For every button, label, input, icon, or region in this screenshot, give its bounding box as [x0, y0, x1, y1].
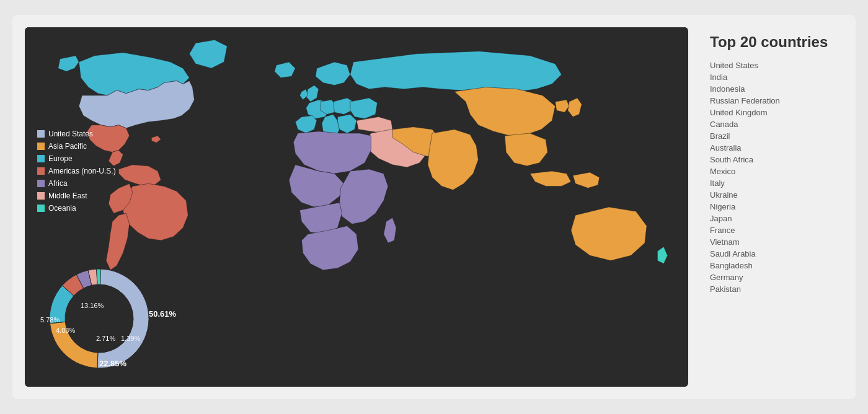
- legend-color-swatch: [37, 192, 45, 200]
- legend-color-swatch: [37, 155, 45, 162]
- country-item: Nigeria: [710, 202, 834, 211]
- country-item: Italy: [710, 178, 834, 188]
- pct-label-1: 13.16%: [81, 302, 104, 309]
- legend-label: United States: [48, 130, 93, 138]
- legend-item: Oceania: [37, 204, 116, 213]
- country-item: Brazil: [710, 131, 834, 141]
- country-item: Bangladesh: [710, 261, 834, 270]
- pct-label-3: 4.03%: [56, 327, 75, 334]
- legend-item: United States: [37, 130, 116, 138]
- legend-label: Asia Pacific: [48, 142, 87, 151]
- legend-label: Americas (non-U.S.): [48, 167, 116, 175]
- country-item: Ukraine: [710, 190, 834, 200]
- right-panel: Top 20 countries United StatesIndiaIndon…: [701, 27, 843, 387]
- legend-item: Asia Pacific: [37, 142, 116, 151]
- legend-color-swatch: [37, 130, 45, 138]
- country-item: United Kingdom: [710, 108, 834, 117]
- country-item: Vietnam: [710, 237, 834, 247]
- panel-title: Top 20 countries: [710, 33, 834, 51]
- legend-color-swatch: [37, 167, 45, 175]
- country-item: India: [710, 73, 834, 82]
- donut-segment: [97, 269, 101, 284]
- main-container: United StatesAsia PacificEuropeAmericas …: [12, 15, 856, 399]
- country-item: Pakistan: [710, 284, 834, 294]
- legend-item: Americas (non-U.S.): [37, 167, 116, 175]
- legend-label: Africa: [48, 179, 68, 188]
- legend-item: Europe: [37, 154, 116, 163]
- country-item: Mexico: [710, 167, 834, 176]
- country-item: Saudi Arabia: [710, 249, 834, 258]
- pct-label-4: 2.71%: [96, 335, 115, 342]
- legend-color-swatch: [37, 180, 45, 187]
- legend-label: Oceania: [48, 204, 76, 213]
- pct-label-asia: 22.85%: [99, 359, 126, 368]
- pct-label-2: 5.78%: [40, 316, 60, 324]
- legend-color-swatch: [37, 205, 45, 212]
- country-item: Indonesia: [710, 84, 834, 94]
- pct-label-5: 1.39%: [121, 335, 140, 342]
- legend-color-swatch: [37, 143, 45, 150]
- map-legend: United StatesAsia PacificEuropeAmericas …: [37, 130, 116, 213]
- legend-label: Middle East: [48, 192, 87, 200]
- country-item: Germany: [710, 273, 834, 282]
- svg-point-1: [65, 284, 133, 353]
- country-item: Canada: [710, 120, 834, 129]
- country-item: Australia: [710, 143, 834, 152]
- legend-label: Europe: [48, 154, 73, 163]
- country-list: United StatesIndiaIndonesiaRussian Feder…: [710, 61, 834, 294]
- country-item: Russian Federation: [710, 96, 834, 105]
- country-item: France: [710, 226, 834, 235]
- legend-item: Africa: [37, 179, 116, 188]
- pct-label-usa: 50.61%: [149, 309, 176, 319]
- legend-item: Middle East: [37, 192, 116, 200]
- country-item: Japan: [710, 214, 834, 223]
- country-item: United States: [710, 61, 834, 70]
- country-item: South Africa: [710, 155, 834, 164]
- map-section: United StatesAsia PacificEuropeAmericas …: [25, 27, 688, 387]
